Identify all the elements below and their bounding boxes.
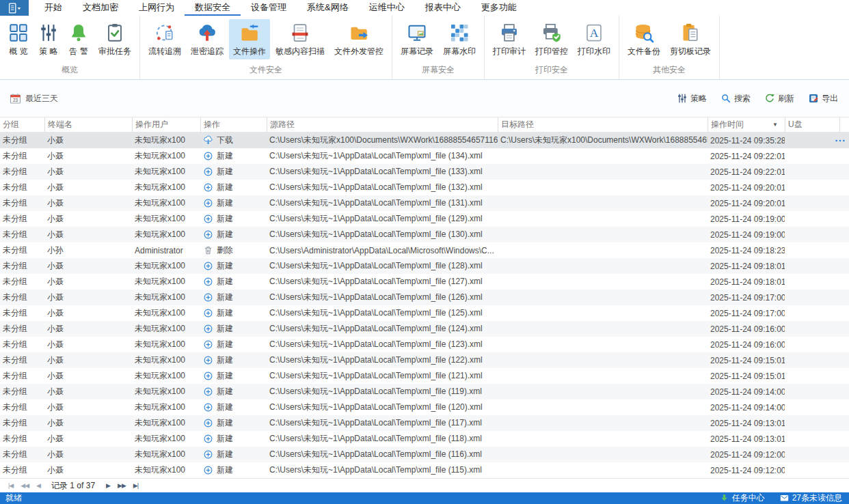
ribbon-button-file-operation-folder[interactable]: 文件操作 — [229, 19, 270, 59]
menu-tab-6[interactable]: 运维中心 — [359, 0, 415, 16]
task-center-button[interactable]: 任务中心 — [720, 492, 765, 504]
table-row[interactable]: 未分组小聂未知玩家x100下载C:\Users\未知玩家x100\Documen… — [0, 132, 849, 148]
table-row[interactable]: 未分组小聂未知玩家x100新建C:\Users\未知玩~1\AppData\Lo… — [0, 195, 849, 211]
ribbon-button-trace-cycle[interactable]: 流转追溯 — [144, 19, 185, 59]
cell-group: 未分组 — [0, 415, 44, 431]
date-range-filter[interactable]: 23 最近三天 — [10, 93, 58, 104]
table-row[interactable]: 未分组小聂未知玩家x100新建C:\Users\未知玩~1\AppData\Lo… — [0, 180, 849, 195]
menu-tab-2[interactable]: 上网行为 — [129, 0, 185, 16]
ribbon-button-file-export-control[interactable]: 文件外发管控 — [330, 19, 388, 59]
unread-messages-button[interactable]: 27条未读信息 — [780, 492, 842, 504]
print-watermark-icon: A — [584, 22, 604, 44]
menu-tab-1[interactable]: 文档加密 — [72, 0, 129, 16]
new-icon — [203, 261, 213, 271]
cell-terminal: 小聂 — [44, 352, 132, 368]
table-row[interactable]: 未分组小聂未知玩家x100新建C:\Users\未知玩~1\AppData\Lo… — [0, 462, 849, 478]
ribbon-button-screen-record[interactable]: 屏幕记录 — [396, 19, 437, 59]
toolbar-action-refresh[interactable]: 刷新 — [764, 93, 794, 104]
table-row[interactable]: 未分组小聂未知玩家x100新建C:\Users\未知玩~1\AppData\Lo… — [0, 400, 849, 415]
column-header-5[interactable]: 目标路径 — [498, 117, 708, 132]
cell-src: C:\Users\未知玩~1\AppData\Local\Temp\xml_fi… — [267, 305, 498, 321]
calendar-icon: 23 — [10, 93, 21, 104]
column-header-3[interactable]: 操作 — [200, 117, 267, 132]
table-row[interactable]: 未分组小聂未知玩家x100新建C:\Users\未知玩~1\AppData\Lo… — [0, 368, 849, 384]
table-row[interactable]: 未分组小聂未知玩家x100新建C:\Users\未知玩~1\AppData\Lo… — [0, 274, 849, 290]
column-header-1[interactable]: 终端名 — [44, 117, 132, 132]
policy-sliders-icon — [38, 22, 59, 44]
ribbon-button-print-watermark[interactable]: A打印水印 — [574, 19, 615, 59]
cell-time: 2025-11-24 09:18:01 — [708, 274, 785, 290]
fast-prev-button[interactable]: ◀◀ — [18, 482, 31, 489]
table-row[interactable]: 未分组小聂未知玩家x100新建C:\Users\未知玩~1\AppData\Lo… — [0, 447, 849, 462]
ribbon-group-label: 其他安全 — [621, 64, 717, 79]
cell-op: 新建 — [200, 211, 267, 227]
menu-tab-5[interactable]: 系统&网络 — [297, 0, 359, 16]
ribbon-button-approval-clipboard[interactable]: 审批任务 — [94, 19, 135, 59]
ribbon-button-screen-watermark[interactable]: 屏幕水印 — [439, 19, 480, 59]
cell-terminal: 小聂 — [44, 274, 132, 290]
cell-user: 未知玩家x100 — [132, 384, 200, 400]
column-header-2[interactable]: 操作用户 — [132, 117, 200, 132]
cell-terminal: 小聂 — [44, 227, 132, 242]
ribbon-group-label: 文件安全 — [142, 64, 390, 79]
table-row[interactable]: 未分组小聂未知玩家x100新建C:\Users\未知玩~1\AppData\Lo… — [0, 211, 849, 227]
last-page-button[interactable]: ▶| — [131, 482, 140, 489]
ribbon-button-file-backup[interactable]: 文件备份 — [623, 19, 664, 59]
cell-op: 新建 — [200, 337, 267, 352]
cell-group: 未分组 — [0, 384, 44, 400]
cell-usb — [785, 447, 839, 462]
prev-page-button[interactable]: ◀ — [34, 482, 42, 489]
first-page-button[interactable]: |◀ — [6, 482, 15, 489]
column-header-4[interactable]: 源路径 — [267, 117, 498, 132]
toolbar-action-policy-sliders-small[interactable]: 策略 — [677, 93, 707, 104]
fast-next-button[interactable]: ▶▶ — [116, 482, 128, 489]
table-row[interactable]: 未分组小聂未知玩家x100新建C:\Users\未知玩~1\AppData\Lo… — [0, 321, 849, 337]
menu-tab-3[interactable]: 数据安全 — [185, 0, 241, 16]
column-header-0[interactable]: 分组 — [0, 117, 44, 132]
cell-src: C:\Users\未知玩~1\AppData\Local\Temp\xml_fi… — [267, 148, 498, 164]
table-row[interactable]: 未分组小聂未知玩家x100新建C:\Users\未知玩~1\AppData\Lo… — [0, 305, 849, 321]
column-header-7[interactable]: U盘 — [785, 117, 839, 132]
ribbon-button-print-control[interactable]: 打印管控 — [531, 19, 572, 59]
ribbon-button-overview-grid[interactable]: 概 览 — [4, 19, 33, 59]
table-row[interactable]: 未分组小聂未知玩家x100新建C:\Users\未知玩~1\AppData\Lo… — [0, 164, 849, 180]
menu-tab-0[interactable]: 开始 — [34, 0, 72, 16]
table-row[interactable]: 未分组小聂未知玩家x100新建C:\Users\未知玩~1\AppData\Lo… — [0, 258, 849, 274]
table-row[interactable]: 未分组小聂未知玩家x100新建C:\Users\未知玩~1\AppData\Lo… — [0, 227, 849, 242]
cell-terminal: 小聂 — [44, 148, 132, 164]
delete-icon — [203, 245, 213, 255]
ribbon-button-sensitive-scan[interactable]: 敏感内容扫描 — [271, 19, 329, 59]
ribbon-button-clipboard-record[interactable]: 剪切板记录 — [666, 19, 715, 59]
table-row[interactable]: 未分组小聂未知玩家x100新建C:\Users\未知玩~1\AppData\Lo… — [0, 431, 849, 447]
table-row[interactable]: 未分组小聂未知玩家x100新建C:\Users\未知玩~1\AppData\Lo… — [0, 352, 849, 368]
sort-desc-icon[interactable]: ▼ — [772, 122, 782, 128]
ribbon-button-leak-cloud-upload[interactable]: 泄密追踪 — [187, 19, 228, 59]
table-row[interactable]: 未分组小聂未知玩家x100新建C:\Users\未知玩~1\AppData\Lo… — [0, 290, 849, 305]
date-range-label: 最近三天 — [25, 93, 58, 104]
menu-tab-7[interactable]: 报表中心 — [415, 0, 471, 16]
ribbon-button-label: 审批任务 — [98, 46, 131, 57]
row-more-button[interactable] — [835, 137, 846, 144]
table-row[interactable]: 未分组小聂未知玩家x100新建C:\Users\未知玩~1\AppData\Lo… — [0, 415, 849, 431]
ribbon-button-policy-sliders[interactable]: 策 略 — [34, 19, 63, 59]
next-page-button[interactable]: ▶ — [104, 482, 112, 489]
ribbon-button-print-audit[interactable]: 打印审计 — [489, 19, 530, 59]
new-icon — [203, 182, 213, 193]
menu-tab-8[interactable]: 更多功能 — [471, 0, 527, 16]
menu-tab-4[interactable]: 设备管理 — [241, 0, 297, 16]
toolbar-action-search[interactable]: 搜索 — [720, 93, 751, 104]
table-row[interactable]: 未分组小聂未知玩家x100新建C:\Users\未知玩~1\AppData\Lo… — [0, 148, 849, 164]
operation-label: 新建 — [217, 339, 233, 350]
cell-src: C:\Users\未知玩~1\AppData\Local\Temp\xml_fi… — [267, 431, 498, 447]
cell-dst — [498, 195, 708, 211]
toolbar-action-export[interactable]: 导出 — [808, 93, 838, 104]
ribbon-button-alert-bell[interactable]: 告 警 — [64, 19, 93, 59]
app-menu-button[interactable] — [0, 0, 29, 16]
table-row[interactable]: 未分组小聂未知玩家x100新建C:\Users\未知玩~1\AppData\Lo… — [0, 337, 849, 352]
download-arrow-icon — [720, 494, 729, 503]
cell-terminal: 小聂 — [44, 400, 132, 415]
screen-watermark-icon — [449, 22, 470, 44]
column-header-6[interactable]: 操作时间▼ — [708, 117, 785, 132]
table-row[interactable]: 未分组小孙Administrator删除C:\Users\Administrat… — [0, 242, 849, 258]
table-row[interactable]: 未分组小聂未知玩家x100新建C:\Users\未知玩~1\AppData\Lo… — [0, 384, 849, 400]
